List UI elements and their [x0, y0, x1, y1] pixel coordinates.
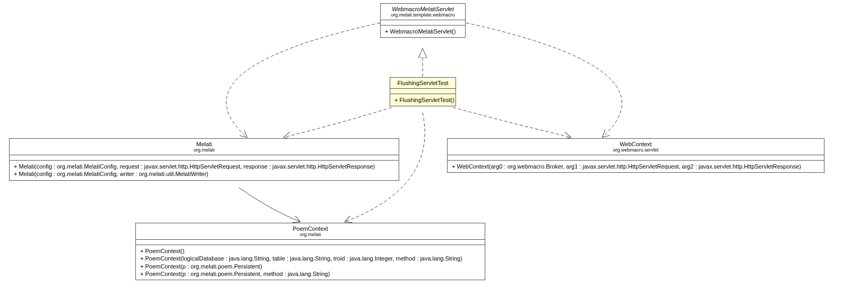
- method: + Melati(config : org.melati.MelatiConfi…: [14, 170, 394, 178]
- edge-dependency-flushing-melati: [284, 107, 392, 137]
- class-attrs: [390, 89, 456, 94]
- class-flushing-servlet-test: FlushingServletTest + FlushingServletTes…: [390, 77, 456, 106]
- method: + WebContext(arg0 : org.webmacro.Broker,…: [452, 163, 820, 170]
- class-name: WebmacroMelatiServlet: [385, 6, 461, 12]
- method: + WebmacroMelatiServlet(): [385, 28, 461, 35]
- class-package: org.melati: [14, 147, 394, 153]
- class-package: org.melati: [140, 232, 480, 237]
- method: + Melati(config : org.melati.MelatiConfi…: [14, 163, 394, 170]
- class-name: WebContext: [452, 141, 820, 147]
- edge-dependency-wmservlet-webcontext: [466, 23, 622, 137]
- method: + PoemContext(logicalDatabase : java.lan…: [140, 255, 480, 262]
- class-package: org.melati.template.webmacro: [385, 12, 461, 18]
- class-webmacro-melati-servlet: WebmacroMelatiServlet org.melati.templat…: [380, 3, 466, 38]
- class-methods: + FlushingServletTest(): [390, 94, 456, 106]
- class-melati: Melati org.melati + Melati(config : org.…: [9, 138, 399, 181]
- class-attrs: [381, 20, 465, 26]
- edge-dependency-flushing-webcontext: [453, 107, 571, 137]
- class-methods: + Melati(config : org.melati.MelatiConfi…: [10, 161, 399, 180]
- class-attrs: [10, 155, 399, 161]
- class-package: org.webmacro.servlet: [452, 147, 820, 153]
- method: + PoemContext(): [140, 247, 480, 255]
- edge-dependency-wmservlet-melati: [226, 23, 380, 137]
- class-methods: + PoemContext() + PoemContext(logicalDat…: [136, 245, 485, 280]
- class-methods: + WebContext(arg0 : org.webmacro.Broker,…: [448, 161, 824, 172]
- class-methods: + WebmacroMelatiServlet(): [381, 26, 465, 37]
- class-attrs: [448, 155, 824, 161]
- class-web-context: WebContext org.webmacro.servlet + WebCon…: [447, 138, 824, 173]
- method: + PoemContext(p : org.melati.poem.Persis…: [140, 263, 480, 270]
- class-header: PoemContext org.melati: [136, 223, 485, 240]
- class-name: FlushingServletTest: [394, 80, 451, 86]
- edge-assoc-melati-poem: [239, 188, 300, 222]
- class-header: WebContext org.webmacro.servlet: [448, 139, 824, 155]
- class-attrs: [136, 240, 485, 245]
- class-header: FlushingServletTest: [390, 78, 456, 89]
- class-name: PoemContext: [140, 225, 480, 232]
- class-name: Melati: [14, 141, 394, 147]
- class-poem-context: PoemContext org.melati + PoemContext() +…: [135, 223, 485, 280]
- method: + FlushingServletTest(): [394, 96, 451, 104]
- class-header: WebmacroMelatiServlet org.melati.templat…: [381, 4, 465, 20]
- method: + PoemContext(p : org.melati.poem.Persis…: [140, 270, 480, 278]
- class-header: Melati org.melati: [10, 139, 399, 155]
